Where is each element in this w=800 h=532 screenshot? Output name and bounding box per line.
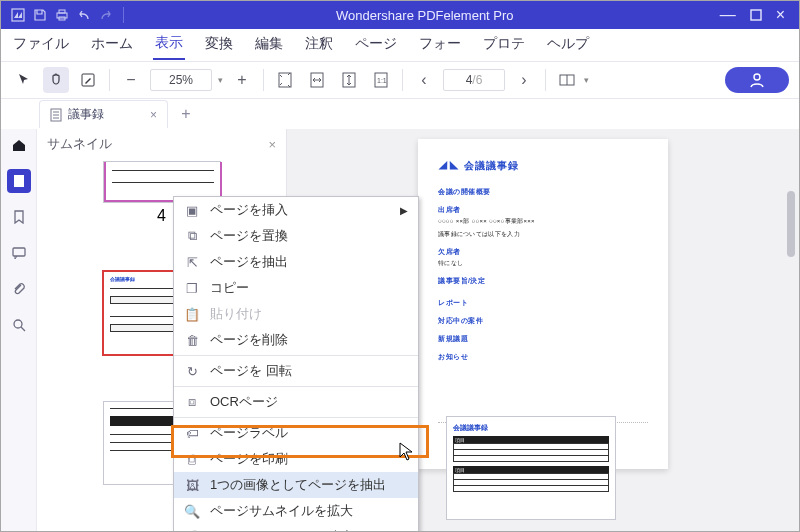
menu-home[interactable]: ホーム: [89, 31, 135, 59]
page-input[interactable]: 4/6: [443, 69, 505, 91]
rail-bookmark-icon[interactable]: [7, 205, 31, 229]
rail-thumbnails-icon[interactable]: [7, 169, 31, 193]
next-page-button[interactable]: ›: [511, 67, 537, 93]
edit-tool-icon[interactable]: [75, 67, 101, 93]
copy-icon: ❐: [184, 280, 200, 296]
context-menu: ▣ページを挿入▶ ⧉ページを置換 ⇱ページを抽出 ❐コピー 📋貼り付け 🗑ページ…: [173, 196, 419, 532]
toolbar: − 25% ▾ + 1:1 ‹ 4/6 › ▾: [1, 61, 799, 99]
app-logo-icon: [7, 4, 29, 26]
rail-attachment-icon[interactable]: [7, 277, 31, 301]
insert-icon: ▣: [184, 202, 200, 218]
thumbnail-panel-title: サムネイル: [47, 135, 112, 153]
rotate-icon: ↻: [184, 363, 200, 379]
thumbnail-panel-close-icon[interactable]: ×: [268, 137, 276, 152]
zoom-in-button[interactable]: +: [229, 67, 255, 93]
redo-icon[interactable]: [95, 4, 117, 26]
side-rail: [1, 129, 37, 531]
hand-tool-icon[interactable]: [43, 67, 69, 93]
tab-add-button[interactable]: +: [176, 105, 196, 123]
menu-form[interactable]: フォー: [417, 31, 463, 59]
document-tab-label: 議事録: [68, 106, 104, 123]
svg-rect-2: [59, 10, 65, 13]
actual-size-icon[interactable]: 1:1: [368, 67, 394, 93]
app-title: Wondershare PDFelement Pro: [130, 8, 720, 23]
fit-width-icon[interactable]: [304, 67, 330, 93]
svg-rect-4: [751, 10, 761, 20]
menu-protect[interactable]: プロテ: [481, 31, 527, 59]
maximize-icon[interactable]: [750, 9, 762, 21]
fit-height-icon[interactable]: [336, 67, 362, 93]
vertical-scrollbar[interactable]: [787, 191, 795, 257]
extract-image-icon: 🖼: [184, 477, 200, 493]
ctx-rotate-page[interactable]: ↻ページを 回転: [174, 358, 418, 384]
titlebar: Wondershare PDFelement Pro — ×: [1, 1, 799, 29]
ocr-icon: ⧈: [184, 394, 200, 410]
rail-search-icon[interactable]: [7, 313, 31, 337]
ctx-replace-page[interactable]: ⧉ページを置換: [174, 223, 418, 249]
read-mode-icon[interactable]: [554, 67, 580, 93]
minimize-icon[interactable]: —: [720, 6, 736, 24]
rail-home-icon[interactable]: [7, 133, 31, 157]
ctx-page-label[interactable]: 🏷ページラベル: [174, 420, 418, 446]
save-icon[interactable]: [29, 4, 51, 26]
ctx-extract-page[interactable]: ⇱ページを抽出: [174, 249, 418, 275]
extract-icon: ⇱: [184, 254, 200, 270]
document-tabstrip: 議事録 × +: [1, 99, 799, 129]
zoom-dropdown-icon[interactable]: ▾: [218, 75, 223, 85]
menu-view[interactable]: 表示: [153, 30, 185, 60]
delete-icon: 🗑: [184, 332, 200, 348]
thumbnail-page-number: 4: [157, 207, 166, 225]
svg-text:1:1: 1:1: [377, 77, 387, 84]
menu-help[interactable]: ヘルプ: [545, 31, 591, 59]
document-tab[interactable]: 議事録 ×: [39, 100, 168, 128]
quick-access-toolbar: [7, 4, 130, 26]
menu-edit[interactable]: 編集: [253, 31, 285, 59]
select-tool-icon[interactable]: [11, 67, 37, 93]
menu-convert[interactable]: 変換: [203, 31, 235, 59]
svg-rect-18: [14, 175, 24, 187]
user-button[interactable]: [725, 67, 789, 93]
read-mode-dropdown-icon[interactable]: ▾: [584, 75, 589, 85]
rail-comment-icon[interactable]: [7, 241, 31, 265]
label-icon: 🏷: [184, 425, 200, 441]
paste-icon: 📋: [184, 306, 200, 322]
svg-rect-19: [13, 248, 25, 256]
prev-page-button[interactable]: ‹: [411, 67, 437, 93]
ctx-extract-as-image[interactable]: 🖼1つの画像としてページを抽出: [174, 472, 418, 498]
ctx-delete-page[interactable]: 🗑ページを削除: [174, 327, 418, 353]
menubar: ファイル ホーム 表示 変換 編集 注釈 ページ フォー プロテ ヘルプ: [1, 29, 799, 61]
svg-point-13: [754, 74, 760, 80]
page-canvas-next: 会議議事録 項目 項目: [446, 416, 616, 520]
ctx-print-page[interactable]: ⎙ページを印刷: [174, 446, 418, 472]
ctx-zoom-out-thumb[interactable]: 🔎ページサムネイルを縮小: [174, 524, 418, 532]
zoom-input[interactable]: 25%: [150, 69, 212, 91]
ctx-ocr-page[interactable]: ⧈OCRページ: [174, 389, 418, 415]
zoom-in-icon: 🔍: [184, 503, 200, 519]
document-icon: [50, 108, 62, 122]
ctx-paste: 📋貼り付け: [174, 301, 418, 327]
svg-point-20: [14, 320, 22, 328]
undo-icon[interactable]: [73, 4, 95, 26]
tab-close-icon[interactable]: ×: [150, 108, 157, 122]
fit-page-icon[interactable]: [272, 67, 298, 93]
close-icon[interactable]: ×: [776, 6, 785, 24]
ctx-copy[interactable]: ❐コピー: [174, 275, 418, 301]
window-controls: — ×: [720, 6, 793, 24]
zoom-out-button[interactable]: −: [118, 67, 144, 93]
menu-file[interactable]: ファイル: [11, 31, 71, 59]
menu-page[interactable]: ページ: [353, 31, 399, 59]
print-page-icon: ⎙: [184, 451, 200, 467]
menu-annotate[interactable]: 注釈: [303, 31, 335, 59]
ctx-insert-page[interactable]: ▣ページを挿入▶: [174, 197, 418, 223]
print-icon[interactable]: [51, 4, 73, 26]
replace-icon: ⧉: [184, 228, 200, 244]
ctx-zoom-in-thumb[interactable]: 🔍ページサムネイルを拡大: [174, 498, 418, 524]
svg-line-21: [21, 327, 25, 331]
